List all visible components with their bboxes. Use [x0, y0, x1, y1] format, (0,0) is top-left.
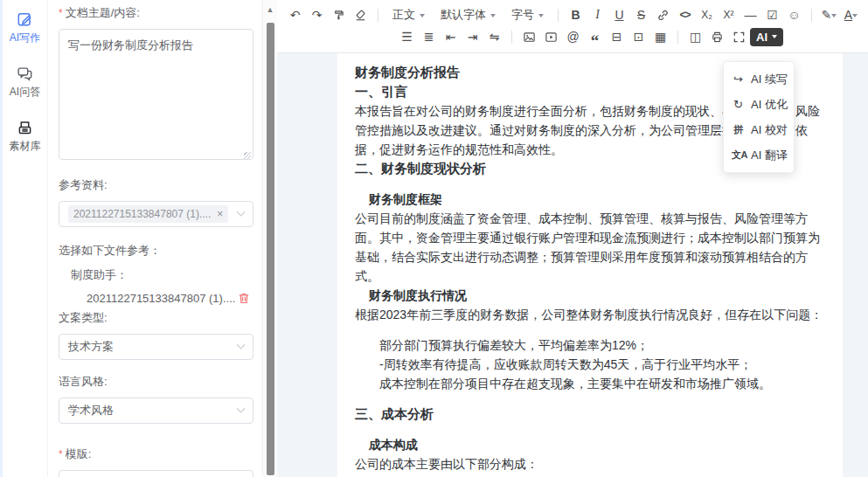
- print-button[interactable]: [706, 27, 728, 46]
- table-button[interactable]: ▦: [649, 27, 671, 46]
- divider-block-button[interactable]: ⊟: [606, 27, 628, 46]
- ai-menu-item-ai-continue[interactable]: ↪AI 续写: [724, 66, 794, 92]
- superscript-button[interactable]: X²: [718, 5, 740, 24]
- ai-dropdown-button[interactable]: AI: [750, 28, 783, 46]
- doc-paragraph[interactable]: 三、成本分析: [355, 404, 823, 424]
- doc-paragraph[interactable]: 根据2023年前三季度的财务数据，公司整体财务制度执行情况良好，但存在以下问题：: [355, 305, 823, 324]
- italic-icon: I: [595, 9, 600, 21]
- undo-button[interactable]: ↶: [284, 5, 306, 24]
- bold-button[interactable]: B: [565, 5, 587, 24]
- bold-icon: B: [571, 9, 580, 21]
- redo-icon: ↷: [312, 9, 323, 21]
- tag-remove-icon[interactable]: ×: [217, 208, 223, 220]
- sidebar-item-ai-qa[interactable]: AI问答: [10, 65, 40, 100]
- divider-block-icon: ⊟: [612, 31, 622, 43]
- attachment-button[interactable]: @: [562, 27, 584, 46]
- chevron-down-icon: [772, 35, 777, 41]
- highlight-color-button[interactable]: ✎: [818, 5, 840, 24]
- ordered-list-button[interactable]: ≣: [418, 27, 440, 46]
- subscript-button[interactable]: X₂: [696, 5, 718, 24]
- library-icon: [17, 119, 34, 136]
- horizontal-rule-button[interactable]: —: [740, 5, 761, 24]
- link-button[interactable]: [652, 5, 674, 24]
- doc-paragraph[interactable]: -周转效率有待提高，应收账款周转天数为45天，高于行业平均水平；: [379, 355, 823, 374]
- doc-paragraph[interactable]: 部分部门预算执行偏差较大，平均偏差率为12%；: [379, 335, 823, 355]
- font-family-dropdown[interactable]: 默认字体: [433, 5, 503, 24]
- blockquote-icon: “: [591, 25, 600, 49]
- doc-paragraph[interactable]: 公司的成本主要由以下部分构成：: [355, 454, 823, 474]
- font-color-icon: A: [844, 9, 852, 21]
- format-painter-button[interactable]: [328, 5, 350, 24]
- fullscreen-icon: [733, 31, 746, 44]
- outdent-button[interactable]: ⇤: [440, 27, 462, 46]
- clear-format-button[interactable]: [350, 5, 372, 24]
- sidebar-item-label: AI写作: [10, 31, 40, 45]
- doc-type-select[interactable]: 技术方案: [59, 334, 253, 360]
- strikethrough-icon: S: [637, 9, 645, 21]
- doc-paragraph[interactable]: 公司目前的制度涵盖了资金管理、成本控制、预算管理、核算与报告、风险管理等方面。其…: [355, 209, 823, 286]
- font-size-label: 字号: [511, 7, 534, 23]
- ai-qa-icon: [17, 65, 34, 82]
- chevron-down-icon: [852, 14, 858, 20]
- scrollbar-up-arrow[interactable]: ▲: [263, 5, 277, 14]
- ai-menu-item-label: AI 优化: [751, 97, 788, 113]
- preview-button[interactable]: ◫: [684, 27, 706, 46]
- reference-file-tag[interactable]: 2021122715133847807 (1).... ×: [68, 205, 228, 223]
- preview-icon: ◫: [690, 31, 701, 43]
- doc-paragraph[interactable]: 成本构成: [369, 435, 823, 454]
- strikethrough-button[interactable]: S: [630, 5, 652, 24]
- code-block-button[interactable]: ⊡: [628, 27, 649, 46]
- doc-type-label: 文案类型:: [59, 310, 253, 326]
- underline-icon: U: [615, 9, 623, 21]
- scrollbar-thumb[interactable]: [267, 23, 274, 475]
- indent-icon: ⇥: [468, 31, 478, 43]
- ai-menu-item-ai-optimize[interactable]: ↻AI 优化: [724, 92, 794, 117]
- ai-translate-icon: 文A: [732, 149, 745, 162]
- delete-file-icon[interactable]: [238, 292, 250, 305]
- doc-type-value: 技术方案: [68, 339, 114, 355]
- video-button[interactable]: [540, 27, 562, 46]
- language-style-select[interactable]: 学术风格: [59, 398, 253, 424]
- emoji-icon: ☺: [788, 9, 800, 21]
- bullet-list-button[interactable]: ☰: [396, 27, 418, 46]
- doc-paragraph[interactable]: 财务制度框架: [369, 190, 823, 209]
- language-style-label: 语言风格:: [59, 374, 253, 390]
- inline-code-button[interactable]: <>: [674, 5, 696, 24]
- ai-menu-item-label: AI 校对: [751, 122, 788, 138]
- image-button[interactable]: [518, 27, 540, 46]
- sidebar-item-label: AI问答: [10, 85, 40, 100]
- required-mark: *: [59, 7, 63, 19]
- indent-button[interactable]: ⇥: [462, 27, 483, 46]
- toolbar-separator: [511, 31, 512, 44]
- redo-button[interactable]: ↷: [306, 5, 328, 24]
- doc-paragraph[interactable]: 成本控制在部分项目中存在超支现象，主要集中在研发和市场推广领域。: [379, 374, 823, 393]
- chevron-down-icon: [237, 340, 246, 349]
- template-select[interactable]: 通用模板 ✓: [59, 470, 253, 477]
- ai-menu-item-ai-translate[interactable]: 文AAI 翻译: [724, 142, 794, 168]
- sidebar-item-ai-write[interactable]: AI写作: [10, 10, 40, 45]
- underline-button[interactable]: U: [608, 5, 630, 24]
- paragraph-style-dropdown[interactable]: 正文: [385, 5, 433, 24]
- form-panel-scrollbar[interactable]: ▲: [262, 0, 277, 477]
- topic-input[interactable]: [59, 29, 253, 160]
- blockquote-button[interactable]: “: [584, 27, 606, 46]
- fullscreen-button[interactable]: [728, 27, 750, 46]
- toolbar-separator: [558, 9, 559, 22]
- sidebar-item-ai-lib[interactable]: 素材库: [10, 119, 41, 154]
- task-list-button[interactable]: ☑: [761, 5, 783, 24]
- chevron-down-icon: [237, 207, 246, 216]
- textarea-resize-handle[interactable]: [244, 152, 251, 159]
- line-wrap-button[interactable]: ⇋: [483, 27, 505, 46]
- font-color-button[interactable]: A: [840, 5, 862, 24]
- format-painter-icon: [332, 9, 345, 22]
- font-size-dropdown[interactable]: 字号: [503, 5, 552, 24]
- print-icon: [711, 31, 724, 44]
- subscript-icon: X₂: [701, 10, 712, 20]
- italic-button[interactable]: I: [587, 5, 608, 24]
- emoji-button[interactable]: ☺: [783, 5, 805, 24]
- ai-dropdown-menu: ↪AI 续写↻AI 优化拼AI 校对文AAI 翻译: [723, 61, 795, 173]
- bullet-list-icon: ☰: [401, 31, 413, 43]
- reference-select[interactable]: 2021122715133847807 (1).... ×: [59, 201, 253, 227]
- doc-paragraph[interactable]: 财务制度执行情况: [369, 286, 823, 305]
- ai-menu-item-ai-proofread[interactable]: 拼AI 校对: [724, 117, 794, 142]
